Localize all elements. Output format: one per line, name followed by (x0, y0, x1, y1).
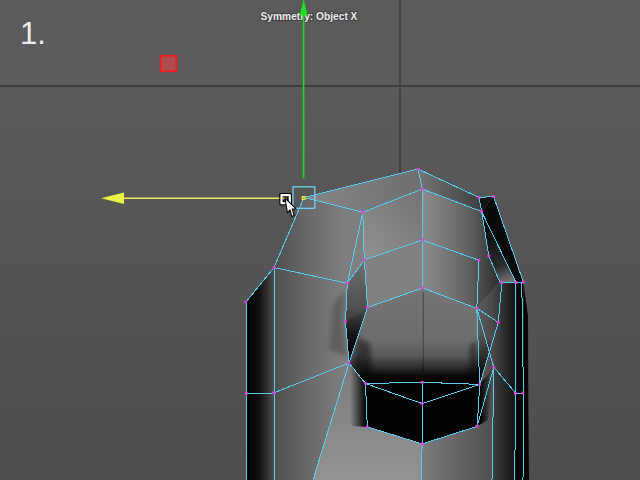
svg-text:1.: 1. (20, 16, 46, 51)
svg-text:Symmetry: Object X: Symmetry: Object X (261, 11, 358, 22)
